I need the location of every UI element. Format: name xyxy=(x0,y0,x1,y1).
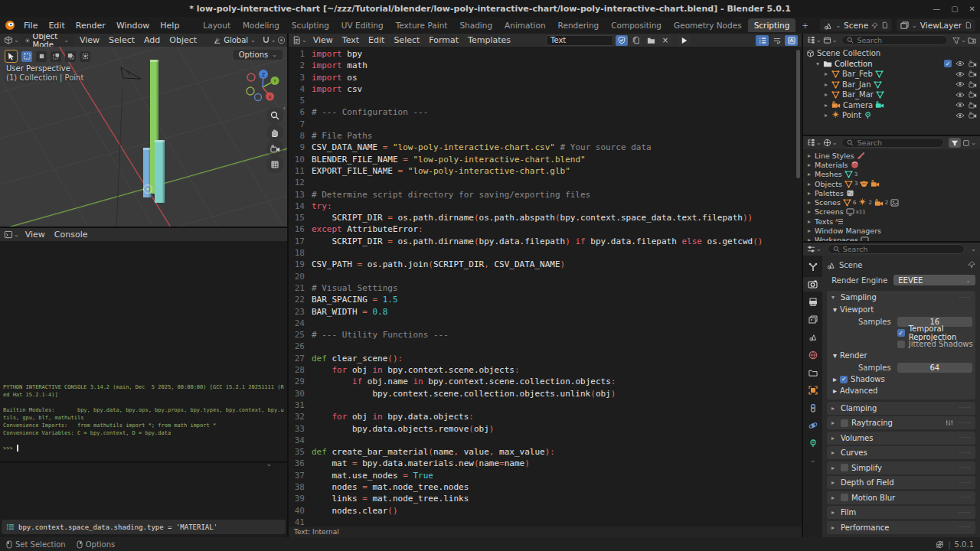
eye-icon[interactable] xyxy=(956,112,965,119)
expand-chevron-icon[interactable]: ▸ xyxy=(806,208,812,215)
blendfile-row-screens[interactable]: ▸Screensx11 xyxy=(803,207,980,217)
snap-icon[interactable]: ⌄ xyxy=(262,36,276,44)
expand-chevron-icon[interactable]: ▸ xyxy=(823,81,829,88)
select-tool-button[interactable] xyxy=(5,50,18,63)
panel-drag-handle[interactable]: ···· xyxy=(959,294,971,302)
subpanel-collapsed-advanced[interactable]: ▸Advanced xyxy=(827,385,975,396)
blendfile-row-objects[interactable]: ▸Objects3 xyxy=(803,179,980,188)
main-menu-file[interactable]: File xyxy=(18,19,43,32)
main-menu-edit[interactable]: Edit xyxy=(43,19,70,32)
outliner-search[interactable]: Search xyxy=(841,35,948,45)
editor-type-text-icon[interactable]: ⌄ xyxy=(292,36,307,44)
checkbox[interactable]: ✓ xyxy=(840,376,848,383)
subpanel-header[interactable]: ▾Viewport xyxy=(833,304,975,315)
eye-icon[interactable] xyxy=(956,92,965,98)
panel-drag-handle[interactable]: ···· xyxy=(959,509,971,517)
viewport-menu-view[interactable]: View xyxy=(75,34,104,46)
properties-options-carat[interactable]: ⌄ xyxy=(971,246,976,253)
panel-drag-handle[interactable]: ···· xyxy=(959,434,971,442)
blendfile-display-mode-icon[interactable]: ⌄ xyxy=(823,139,838,147)
workspace-tab-compositing[interactable]: Compositing xyxy=(605,18,668,32)
register-shield-icon[interactable] xyxy=(616,35,628,46)
camv-icon[interactable] xyxy=(969,60,977,67)
expand-chevron-icon[interactable]: ▸ xyxy=(823,112,829,119)
expand-chevron-icon[interactable]: ▸ xyxy=(823,102,829,109)
panel-header[interactable]: ▸✓Simplify···· xyxy=(827,461,975,474)
panel-drag-handle[interactable]: ···· xyxy=(959,479,971,487)
workspace-tab-layout[interactable]: Layout xyxy=(197,18,237,32)
expand-chevron-icon[interactable]: ▸ xyxy=(806,181,812,187)
main-menu-help[interactable]: Help xyxy=(155,19,185,32)
eye-icon[interactable] xyxy=(956,60,965,67)
eye-icon[interactable] xyxy=(956,102,965,108)
workspace-tab-shading[interactable]: Shading xyxy=(453,18,498,32)
info-collapse-arrow[interactable]: ⌄ xyxy=(266,463,272,468)
editor-type-outliner2-icon[interactable]: ⌄ xyxy=(807,139,822,147)
blendfile-row-scenes[interactable]: ▸Scenes622 xyxy=(803,197,980,207)
properties-tab-collection[interactable] xyxy=(803,365,822,380)
panel-drag-handle[interactable]: ···· xyxy=(959,523,971,531)
workspace-tab-sculpting[interactable]: Sculpting xyxy=(286,18,335,32)
sliders-icon[interactable] xyxy=(946,419,953,426)
checkbox[interactable]: ✓ xyxy=(841,494,848,501)
viewport-options-button[interactable]: Options⌄ xyxy=(234,50,283,60)
outliner-row-collection[interactable]: ▾Collection✓ xyxy=(803,59,980,70)
text-menu-select[interactable]: Select xyxy=(389,34,424,46)
text-menu-edit[interactable]: Edit xyxy=(364,34,389,46)
expand-chevron-icon[interactable]: ▸ xyxy=(806,190,812,197)
select-lasso-button[interactable] xyxy=(65,51,76,62)
collapse-chevron-icon[interactable]: ▾ xyxy=(815,60,821,67)
expand-chevron-icon[interactable]: ▸ xyxy=(823,91,829,98)
properties-tab-viewlayer[interactable] xyxy=(803,312,822,327)
properties-tab-tool[interactable] xyxy=(803,259,822,274)
text-menu-text[interactable]: Text xyxy=(338,34,364,46)
properties-tabs-overflow[interactable]: ⌄ xyxy=(803,453,822,468)
properties-tab-world[interactable] xyxy=(803,347,822,362)
pan-hand-icon[interactable] xyxy=(266,124,283,141)
transform-orientation-selector[interactable]: Global⌄ xyxy=(214,36,256,44)
expand-chevron-icon[interactable]: ▸ xyxy=(806,161,812,168)
text-menu-templates[interactable]: Templates xyxy=(463,34,515,46)
panel-header[interactable]: ▸Volumes···· xyxy=(827,432,975,445)
ortho-toggle-icon[interactable] xyxy=(266,156,283,173)
camv-icon[interactable] xyxy=(969,91,977,98)
proportional-edit-icon[interactable]: ⌄ xyxy=(277,36,287,44)
panel-header[interactable]: ▸✓Motion Blur···· xyxy=(827,491,975,504)
subpanel-collapsed-shadows[interactable]: ▸✓Shadows xyxy=(827,373,975,385)
console-prompt[interactable]: >>> xyxy=(3,445,284,452)
properties-tab-render[interactable] xyxy=(803,277,822,292)
panel-drag-handle[interactable]: ···· xyxy=(959,494,971,501)
console-menu-console[interactable]: Console xyxy=(50,229,93,240)
main-menu-window[interactable]: Window xyxy=(111,19,155,32)
outliner-row-camera[interactable]: ▸Camera xyxy=(803,100,980,111)
expand-chevron-icon[interactable]: ▸ xyxy=(823,70,829,77)
close-button[interactable]: ✕ xyxy=(969,5,975,13)
code-area[interactable]: 1import bpy2import math3import os4import… xyxy=(289,47,802,527)
outliner-row-bar_jan[interactable]: ▸Bar_Jan xyxy=(803,80,980,90)
view-layer-selector[interactable]: ⌄ ViewLayer xyxy=(897,19,975,31)
workspace-tab-rendering[interactable]: Rendering xyxy=(552,18,606,32)
property-value-field[interactable]: 64 xyxy=(897,363,972,373)
syntax-highlight-toggle[interactable] xyxy=(785,35,798,46)
blendfile-options-icon[interactable]: ⌄ xyxy=(962,139,976,147)
run-script-button[interactable] xyxy=(678,35,691,46)
viewport-menu-add[interactable]: Add xyxy=(139,34,165,46)
properties-tab-object[interactable] xyxy=(803,383,822,397)
outliner-row-point[interactable]: ▸Point xyxy=(803,110,980,121)
checkbox[interactable]: ✓ xyxy=(897,329,905,337)
navigation-gizmo[interactable]: Z Y X xyxy=(244,67,281,104)
expand-chevron-icon[interactable]: ▸ xyxy=(806,218,812,225)
text-name-field[interactable]: Text xyxy=(546,35,613,46)
line-numbers-toggle[interactable] xyxy=(756,35,769,46)
properties-tab-scene[interactable] xyxy=(803,330,822,344)
blendfile-row-line-styles[interactable]: ▸Line Styles xyxy=(803,151,980,160)
outliner-filter-icon[interactable]: ⌄ xyxy=(952,37,966,44)
editor-type-console-icon[interactable]: ⌄ xyxy=(4,230,19,239)
viewport-menu-object[interactable]: Object xyxy=(165,34,201,46)
workspace-tab-uv-editing[interactable]: UV Editing xyxy=(335,18,390,32)
workspace-tab-scripting[interactable]: Scripting xyxy=(748,18,796,32)
zoom-icon[interactable] xyxy=(266,107,283,124)
pin-icon[interactable] xyxy=(871,22,878,29)
info-log-row[interactable]: bpy.context.space_data.shading.type = 'M… xyxy=(2,520,286,534)
expand-chevron-icon[interactable]: ▸ xyxy=(806,152,812,159)
